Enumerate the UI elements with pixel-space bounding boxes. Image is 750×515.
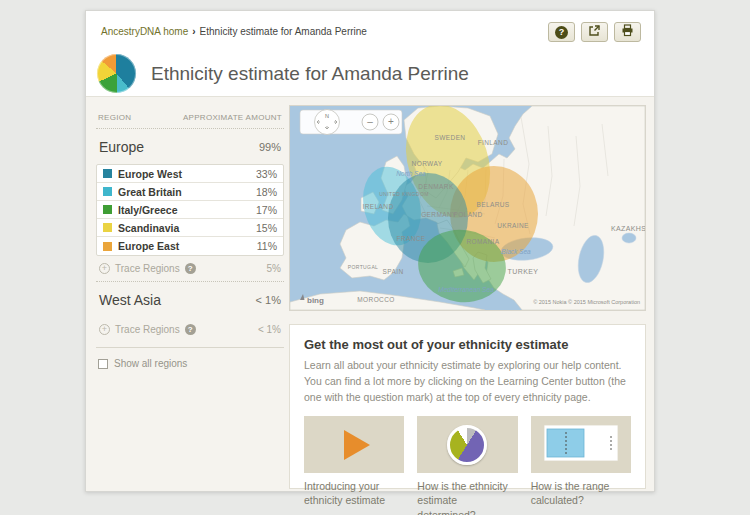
- trace-regions-toggle-europe[interactable]: + Trace Regions ? 5%: [96, 256, 284, 282]
- trace-help-icon[interactable]: ?: [185, 263, 196, 274]
- help-body: Learn all about your ethnicity estimate …: [304, 358, 631, 405]
- subregion-label: Europe East: [118, 240, 257, 252]
- region-group-europe[interactable]: Europe 99%: [96, 129, 284, 164]
- plus-icon: +: [99, 324, 110, 335]
- region-group-west-asia[interactable]: West Asia < 1%: [96, 282, 284, 317]
- pie-thumbnail[interactable]: [417, 416, 517, 473]
- share-button[interactable]: [581, 22, 608, 42]
- subregion-row-italy-greece[interactable]: Italy/Greece 17%: [97, 201, 283, 219]
- print-button[interactable]: [614, 22, 641, 42]
- subregion-row-great-britain[interactable]: Great Britain 18%: [97, 183, 283, 201]
- svg-text:North Sea: North Sea: [396, 170, 426, 177]
- range-thumbnail[interactable]: [531, 416, 631, 473]
- svg-text:POLAND: POLAND: [453, 211, 482, 218]
- svg-text:SWEDEN: SWEDEN: [435, 134, 466, 141]
- title-row: Ethnicity estimate for Amanda Perrine: [97, 54, 469, 93]
- zoom-out-button[interactable]: –: [362, 114, 378, 130]
- help-heading: Get the most out of your ethnicity estim…: [304, 337, 631, 352]
- play-icon: [344, 430, 370, 460]
- svg-text:–: –: [367, 116, 373, 127]
- pie-chart-icon: [447, 425, 487, 465]
- range-icon: [544, 425, 618, 465]
- breadcrumb-home-link[interactable]: AncestryDNA home: [101, 26, 188, 37]
- subregion-row-scandinavia[interactable]: Scandinavia 15%: [97, 219, 283, 237]
- show-all-label: Show all regions: [114, 358, 187, 369]
- color-chip: [103, 187, 112, 196]
- plus-icon: +: [99, 263, 110, 274]
- svg-text:FRANCE: FRANCE: [396, 235, 425, 242]
- page-title: Ethnicity estimate for Amanda Perrine: [151, 63, 469, 85]
- compass-control[interactable]: N: [315, 110, 340, 135]
- help-cards: Introducing your ethnicity estimate How …: [304, 416, 631, 515]
- color-chip: [103, 169, 112, 178]
- svg-text:TURKEY: TURKEY: [508, 268, 539, 275]
- subregion-amount: 15%: [256, 222, 277, 234]
- map-controls: N – +: [300, 110, 402, 135]
- svg-text:Mediterranean Sea: Mediterranean Sea: [438, 286, 494, 293]
- trace-regions-label: Trace Regions: [115, 263, 180, 274]
- trace-regions-toggle-west-asia[interactable]: + Trace Regions ? < 1%: [96, 317, 284, 348]
- table-header: REGION APPROXIMATE AMOUNT: [96, 107, 284, 129]
- help-card-estimate-determined[interactable]: How is the ethnicity estimate determined…: [417, 416, 517, 515]
- trace-regions-amount: 5%: [267, 263, 281, 274]
- subregion-list: Europe West 33% Great Britain 18% Italy/…: [96, 164, 284, 256]
- subregion-label: Europe West: [118, 168, 256, 180]
- trace-regions-amount: < 1%: [258, 324, 281, 335]
- help-card-caption[interactable]: How is the range calculated?: [531, 479, 631, 507]
- subregion-label: Scandinavia: [118, 222, 256, 234]
- help-card-intro-video[interactable]: Introducing your ethnicity estimate: [304, 416, 404, 515]
- trace-help-icon[interactable]: ?: [185, 324, 196, 335]
- print-icon: [621, 23, 634, 41]
- svg-text:FINLAND: FINLAND: [478, 139, 509, 146]
- breadcrumb-current: Ethnicity estimate for Amanda Perrine: [200, 26, 367, 37]
- subregion-amount: 33%: [256, 168, 277, 180]
- subregion-row-europe-east[interactable]: Europe East 11%: [97, 237, 283, 255]
- svg-text:DENMARK: DENMARK: [418, 183, 454, 190]
- svg-text:GERMANY: GERMANY: [421, 211, 457, 218]
- show-all-regions-toggle[interactable]: Show all regions: [96, 358, 284, 369]
- subregion-label: Italy/Greece: [118, 204, 256, 216]
- zoom-in-button[interactable]: +: [383, 114, 399, 130]
- region-group-amount: 99%: [259, 141, 281, 153]
- color-chip: [103, 205, 112, 214]
- trace-regions-label: Trace Regions: [115, 324, 180, 335]
- subregion-amount: 11%: [257, 240, 277, 252]
- subregion-amount: 17%: [256, 204, 277, 216]
- breadcrumb-separator: ›: [192, 26, 195, 37]
- show-all-checkbox[interactable]: [98, 359, 108, 369]
- color-chip: [103, 242, 112, 251]
- ethnicity-map[interactable]: NORWAY SWEDEN FINLAND DENMARK IRELAND UN…: [289, 105, 646, 311]
- toolbar: ?: [548, 22, 641, 42]
- video-thumbnail[interactable]: [304, 416, 404, 473]
- map-attribution: © 2015 Nokia © 2015 Microsoft Corporatio…: [533, 299, 640, 305]
- help-card-caption[interactable]: Introducing your ethnicity estimate: [304, 479, 404, 507]
- svg-text:UNITED KINGDOM: UNITED KINGDOM: [379, 191, 429, 197]
- region-panel: REGION APPROXIMATE AMOUNT Europe 99% Eur…: [96, 107, 284, 369]
- color-chip: [103, 223, 112, 232]
- svg-text:+: +: [388, 116, 394, 127]
- svg-text:ROMANIA: ROMANIA: [466, 238, 499, 245]
- svg-text:KAZAKHSTAN: KAZAKHSTAN: [611, 225, 645, 232]
- amount-column-header: APPROXIMATE AMOUNT: [183, 113, 282, 122]
- svg-text:UKRAINE: UKRAINE: [497, 222, 529, 229]
- region-group-amount: < 1%: [256, 294, 281, 306]
- region-column-header: REGION: [98, 113, 131, 122]
- help-card-caption[interactable]: How is the ethnicity estimate determined…: [417, 479, 517, 515]
- subregion-label: Great Britain: [118, 186, 256, 198]
- region-group-name: Europe: [99, 139, 144, 155]
- share-icon: [588, 23, 601, 41]
- subregion-amount: 18%: [256, 186, 277, 198]
- svg-text:NORWAY: NORWAY: [412, 160, 443, 167]
- main-card: AncestryDNA home›Ethnicity estimate for …: [85, 10, 655, 492]
- svg-text:Black Sea: Black Sea: [501, 248, 531, 255]
- svg-text:BELARUS: BELARUS: [476, 201, 509, 208]
- help-card-range-calculated[interactable]: How is the range calculated?: [531, 416, 631, 515]
- svg-text:IRELAND: IRELAND: [363, 203, 394, 210]
- help-button[interactable]: ?: [548, 22, 575, 42]
- svg-text:SPAIN: SPAIN: [382, 268, 403, 275]
- help-panel: Get the most out of your ethnicity estim…: [289, 324, 646, 489]
- ethnicity-pie-icon: [97, 54, 136, 93]
- subregion-row-europe-west[interactable]: Europe West 33%: [97, 165, 283, 183]
- bing-logo[interactable]: bing: [307, 296, 324, 305]
- breadcrumb: AncestryDNA home›Ethnicity estimate for …: [101, 26, 367, 37]
